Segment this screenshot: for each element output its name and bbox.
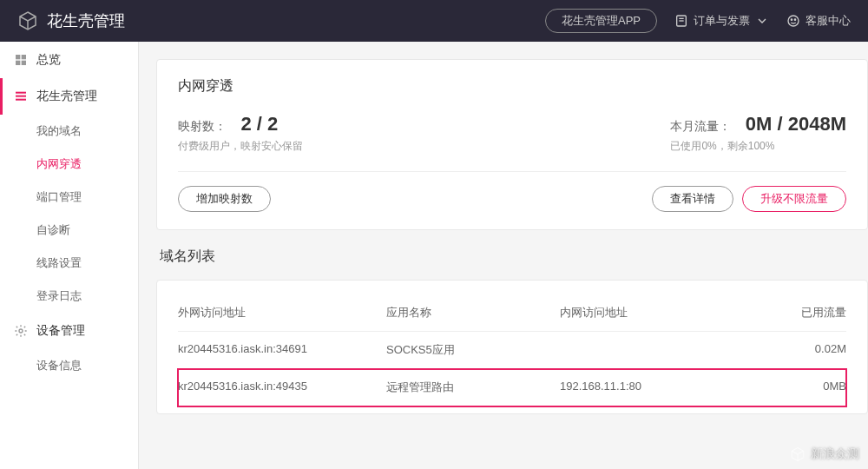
col-used: 已用流量 — [733, 305, 846, 320]
watermark: 新浪众测 — [790, 446, 859, 462]
svg-rect-8 — [16, 61, 20, 65]
chevron-down-icon — [755, 14, 769, 28]
map-value: 2 / 2 — [240, 113, 278, 135]
header-logo: 花生壳管理 — [17, 10, 125, 31]
svg-point-3 — [788, 16, 799, 26]
sidebar-sub-port[interactable]: 端口管理 — [0, 181, 138, 214]
traffic-stat: 本月流量： 0M / 2048M 已使用0%，剩余100% — [670, 113, 846, 154]
page-title: 内网穿透 — [178, 77, 846, 96]
traffic-sub: 已使用0%，剩余100% — [670, 139, 846, 154]
sidebar-sub-nat[interactable]: 内网穿透 — [0, 148, 138, 181]
sidebar-item-overview[interactable]: 总览 — [0, 42, 138, 78]
sidebar-sub-device-info[interactable]: 设备信息 — [0, 349, 138, 382]
header: 花生壳管理 花生壳管理APP 订单与发票 客服中心 — [0, 0, 868, 42]
main: 内网穿透 映射数： 2 / 2 付费级用户，映射安心保留 本月流量： 0M / … — [139, 42, 868, 469]
orders-link[interactable]: 订单与发票 — [674, 13, 769, 29]
svg-point-4 — [791, 19, 792, 20]
watermark-icon — [790, 446, 806, 462]
support-link[interactable]: 客服中心 — [786, 13, 851, 29]
app-title: 花生壳管理 — [47, 10, 125, 31]
header-right: 花生壳管理APP 订单与发票 客服中心 — [545, 9, 851, 33]
sidebar-item-device[interactable]: 设备管理 — [0, 313, 138, 349]
domain-table: 外网访问地址 应用名称 内网访问地址 已用流量 kr20445316.iask.… — [156, 280, 868, 414]
cube-icon — [17, 10, 38, 31]
app-download-button[interactable]: 花生壳管理APP — [545, 9, 657, 33]
svg-rect-11 — [16, 96, 26, 97]
table-header: 外网访问地址 应用名称 内网访问地址 已用流量 — [178, 294, 846, 332]
sidebar: 总览 花生壳管理 我的域名 内网穿透 端口管理 自诊断 线路设置 登录日志 设备… — [0, 42, 139, 469]
list-icon — [14, 89, 28, 103]
gear-icon — [14, 324, 28, 338]
svg-point-5 — [794, 19, 795, 20]
svg-rect-12 — [16, 99, 26, 101]
orders-icon — [674, 14, 688, 28]
traffic-value: 0M / 2048M — [746, 113, 846, 135]
stats-row: 映射数： 2 / 2 付费级用户，映射安心保留 本月流量： 0M / 2048M… — [178, 113, 846, 172]
map-label: 映射数： — [178, 119, 227, 133]
map-sub: 付费级用户，映射安心保留 — [178, 139, 303, 154]
dashboard-icon — [14, 53, 28, 67]
svg-rect-10 — [16, 92, 26, 94]
list-title: 域名列表 — [160, 248, 868, 266]
col-external: 外网访问地址 — [178, 305, 386, 320]
traffic-label: 本月流量： — [670, 119, 731, 133]
sidebar-sub-log[interactable]: 登录日志 — [0, 280, 138, 313]
sidebar-item-hsk[interactable]: 花生壳管理 — [0, 78, 138, 115]
table-row[interactable]: kr20445316.iask.in:49435 远程管理路由 192.168.… — [178, 369, 846, 406]
support-icon — [786, 14, 800, 28]
button-row: 增加映射数 查看详情 升级不限流量 — [178, 186, 846, 212]
sidebar-sub-route[interactable]: 线路设置 — [0, 247, 138, 280]
stats-card: 内网穿透 映射数： 2 / 2 付费级用户，映射安心保留 本月流量： 0M / … — [156, 59, 868, 230]
svg-rect-7 — [22, 55, 26, 59]
map-stat: 映射数： 2 / 2 付费级用户，映射安心保留 — [178, 113, 303, 154]
upgrade-button[interactable]: 升级不限流量 — [742, 186, 846, 212]
table-row[interactable]: kr20445316.iask.in:34691 SOCKS5应用 0.02M — [178, 332, 846, 369]
add-mapping-button[interactable]: 增加映射数 — [178, 186, 271, 212]
sidebar-sub-domain[interactable]: 我的域名 — [0, 115, 138, 148]
col-app: 应用名称 — [386, 305, 560, 320]
right-buttons: 查看详情 升级不限流量 — [652, 186, 846, 212]
col-internal: 内网访问地址 — [560, 305, 733, 320]
svg-point-13 — [19, 329, 23, 333]
svg-rect-9 — [22, 61, 26, 65]
sidebar-sub-diag[interactable]: 自诊断 — [0, 214, 138, 247]
svg-rect-6 — [16, 55, 20, 59]
body: 总览 花生壳管理 我的域名 内网穿透 端口管理 自诊断 线路设置 登录日志 设备… — [0, 42, 868, 469]
view-detail-button[interactable]: 查看详情 — [652, 186, 733, 212]
